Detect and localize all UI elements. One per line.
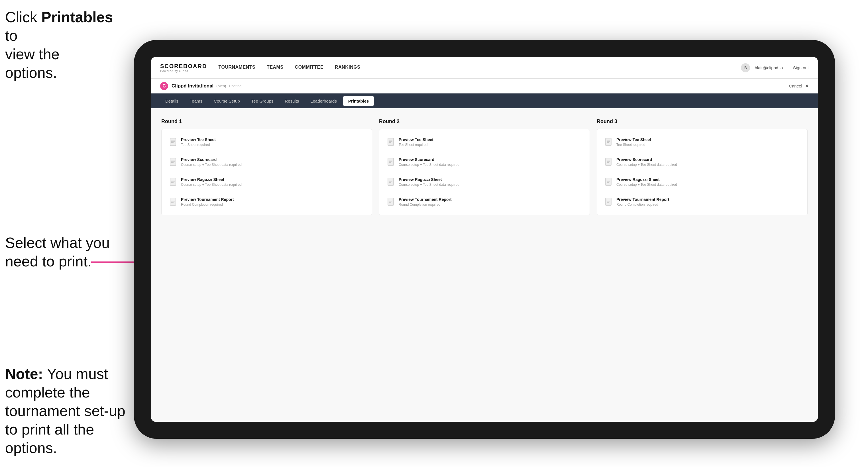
- tablet-screen: SCOREBOARD Powered by clippd TOURNAMENTS…: [151, 57, 818, 422]
- round-2-card: Preview Tee Sheet Tee Sheet required: [379, 129, 590, 215]
- round-3-report-subtitle: Round Completion required: [616, 203, 670, 207]
- nav-committee[interactable]: COMMITTEE: [295, 65, 324, 71]
- round-3-raguzzi[interactable]: Preview Raguzzi Sheet Course setup + Tee…: [603, 175, 802, 189]
- document-icon-2: [169, 158, 178, 167]
- svg-rect-20: [388, 138, 394, 146]
- tournament-badge: (Men): [216, 84, 226, 88]
- round-1-tee-sheet-text: Preview Tee Sheet Tee Sheet required: [181, 137, 216, 147]
- document-icon-8: [387, 198, 395, 207]
- round-2-raguzzi-title: Preview Raguzzi Sheet: [399, 177, 459, 182]
- round-2-title: Round 2: [379, 119, 590, 125]
- round-2-scorecard-title: Preview Scorecard: [399, 157, 459, 162]
- round-1-raguzzi[interactable]: Preview Raguzzi Sheet Course setup + Tee…: [167, 175, 366, 189]
- round-3-report-text: Preview Tournament Report Round Completi…: [616, 197, 670, 207]
- round-3-raguzzi-subtitle: Course setup + Tee Sheet data required: [616, 183, 677, 187]
- document-icon-9: [605, 138, 613, 147]
- tournament-status: Hosting: [229, 84, 241, 88]
- tab-details[interactable]: Details: [160, 96, 184, 106]
- document-icon-3: [169, 178, 178, 187]
- document-icon-12: [605, 198, 613, 207]
- round-3-tee-sheet-title: Preview Tee Sheet: [616, 137, 651, 142]
- separator: |: [787, 65, 788, 70]
- round-3-tournament-report[interactable]: Preview Tournament Report Round Completi…: [603, 195, 802, 209]
- round-1-tournament-report[interactable]: Preview Tournament Report Round Completi…: [167, 195, 366, 209]
- round-2-raguzzi[interactable]: Preview Raguzzi Sheet Course setup + Tee…: [385, 175, 584, 189]
- svg-rect-48: [606, 198, 611, 206]
- tab-results[interactable]: Results: [280, 96, 304, 106]
- tournament-bar: C Clippd Invitational (Men) Hosting Canc…: [151, 79, 818, 93]
- round-3-scorecard-title: Preview Scorecard: [616, 157, 677, 162]
- round-3-card: Preview Tee Sheet Tee Sheet required: [597, 129, 808, 215]
- tab-printables[interactable]: Printables: [343, 96, 374, 106]
- round-2-tee-sheet-subtitle: Tee Sheet required: [399, 143, 433, 147]
- tab-course-setup[interactable]: Course Setup: [209, 96, 245, 106]
- instruction-middle: Select what youneed to print.: [5, 234, 119, 271]
- round-2-report-subtitle: Round Completion required: [399, 203, 452, 207]
- round-2-tee-sheet-text: Preview Tee Sheet Tee Sheet required: [399, 137, 433, 147]
- svg-rect-36: [606, 138, 611, 146]
- user-email: blair@clippd.io: [754, 65, 783, 70]
- round-1-tee-sheet-subtitle: Tee Sheet required: [181, 143, 216, 147]
- tournament-name: Clippd Invitational: [172, 83, 213, 89]
- svg-rect-16: [170, 198, 176, 206]
- sign-out-link[interactable]: Sign out: [793, 65, 809, 70]
- document-icon-11: [605, 178, 613, 187]
- round-1-scorecard-text: Preview Scorecard Course setup + Tee She…: [181, 157, 242, 167]
- round-2-report-text: Preview Tournament Report Round Completi…: [399, 197, 452, 207]
- instruction-top: Click Printables toview the options.: [5, 8, 114, 82]
- document-icon-10: [605, 158, 613, 167]
- tablet-frame: SCOREBOARD Powered by clippd TOURNAMENTS…: [134, 40, 835, 439]
- round-1-scorecard[interactable]: Preview Scorecard Course setup + Tee She…: [167, 155, 366, 169]
- document-icon-4: [169, 198, 178, 207]
- round-1-report-text: Preview Tournament Report Round Completi…: [181, 197, 234, 207]
- tab-teams[interactable]: Teams: [185, 96, 208, 106]
- nav-tournaments[interactable]: TOURNAMENTS: [218, 65, 255, 71]
- round-1-tee-sheet-title: Preview Tee Sheet: [181, 137, 216, 142]
- note-bold: Note:: [5, 366, 43, 382]
- svg-rect-44: [606, 178, 611, 186]
- round-1-scorecard-title: Preview Scorecard: [181, 157, 242, 162]
- document-icon-7: [387, 178, 395, 187]
- logo-sub: Powered by clippd: [160, 69, 207, 73]
- app-header: SCOREBOARD Powered by clippd TOURNAMENTS…: [151, 57, 818, 79]
- rounds-grid: Round 1 Preview Tee Sheet Tee S: [161, 119, 808, 411]
- round-2-scorecard[interactable]: Preview Scorecard Course setup + Tee She…: [385, 155, 584, 169]
- svg-rect-28: [388, 178, 394, 186]
- tournament-logo: C: [160, 82, 168, 90]
- nav-rankings[interactable]: RANKINGS: [335, 65, 360, 71]
- header-right: B blair@clippd.io | Sign out: [741, 63, 809, 72]
- round-1-report-subtitle: Round Completion required: [181, 203, 234, 207]
- round-2-raguzzi-text: Preview Raguzzi Sheet Course setup + Tee…: [399, 177, 459, 187]
- round-1-card: Preview Tee Sheet Tee Sheet required: [161, 129, 372, 215]
- round-3-title: Round 3: [597, 119, 808, 125]
- svg-rect-8: [170, 158, 176, 165]
- round-3-scorecard[interactable]: Preview Scorecard Course setup + Tee She…: [603, 155, 802, 169]
- logo-title: SCOREBOARD: [160, 63, 207, 69]
- cancel-x-icon: ✕: [805, 84, 809, 88]
- round-1-raguzzi-title: Preview Raguzzi Sheet: [181, 177, 242, 182]
- svg-rect-4: [170, 138, 176, 146]
- round-3-tee-sheet[interactable]: Preview Tee Sheet Tee Sheet required: [603, 135, 802, 149]
- tab-tee-groups[interactable]: Tee Groups: [246, 96, 279, 106]
- round-1-title: Round 1: [161, 119, 372, 125]
- round-3-scorecard-text: Preview Scorecard Course setup + Tee She…: [616, 157, 677, 167]
- cancel-button[interactable]: Cancel ✕: [789, 84, 809, 89]
- main-content: Round 1 Preview Tee Sheet Tee S: [151, 108, 818, 422]
- round-2-tournament-report[interactable]: Preview Tournament Report Round Completi…: [385, 195, 584, 209]
- round-2-tee-sheet-title: Preview Tee Sheet: [399, 137, 433, 142]
- round-3-tee-sheet-text: Preview Tee Sheet Tee Sheet required: [616, 137, 651, 147]
- round-2-scorecard-subtitle: Course setup + Tee Sheet data required: [399, 163, 459, 167]
- round-2-raguzzi-subtitle: Course setup + Tee Sheet data required: [399, 183, 459, 187]
- tab-navigation: Details Teams Course Setup Tee Groups Re…: [151, 93, 818, 108]
- round-1-column: Round 1 Preview Tee Sheet Tee S: [161, 119, 372, 411]
- round-2-column: Round 2 Preview Tee Sheet Tee S: [379, 119, 590, 411]
- nav-teams[interactable]: TEAMS: [267, 65, 283, 71]
- round-3-column: Round 3 Preview Tee Sheet Tee S: [597, 119, 808, 411]
- document-icon-6: [387, 158, 395, 167]
- round-2-tee-sheet[interactable]: Preview Tee Sheet Tee Sheet required: [385, 135, 584, 149]
- main-nav: TOURNAMENTS TEAMS COMMITTEE RANKINGS: [218, 65, 741, 71]
- user-avatar: B: [741, 63, 750, 72]
- round-1-tee-sheet[interactable]: Preview Tee Sheet Tee Sheet required: [167, 135, 366, 149]
- tab-leaderboards[interactable]: Leaderboards: [305, 96, 342, 106]
- svg-rect-24: [388, 158, 394, 165]
